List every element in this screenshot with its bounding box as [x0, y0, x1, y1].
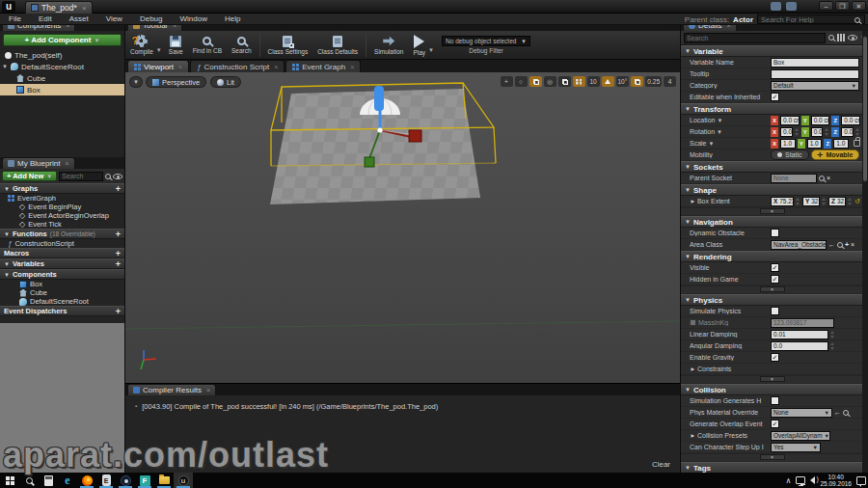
network-icon[interactable] — [796, 476, 805, 484]
scale-snap-toggle[interactable] — [631, 76, 643, 87]
compiler-results-tab[interactable]: Compiler Results × — [127, 384, 216, 395]
box-extent-y-field[interactable]: Y 32.0 — [802, 197, 820, 206]
tree-item-defaultsceneroot[interactable]: ▼ DefaultSceneRoot — [0, 61, 124, 72]
spinner-icon[interactable] — [822, 198, 827, 205]
rotation-snap-toggle[interactable] — [602, 76, 614, 87]
area-class-dropdown[interactable]: NavArea_Obstacle▼ — [771, 240, 827, 250]
expander-icon[interactable]: ▼ — [2, 64, 8, 69]
grid-snap-value[interactable]: 10 — [587, 76, 600, 87]
mobility-static-button[interactable]: Static — [771, 149, 809, 160]
search-button[interactable]: Search — [227, 32, 257, 59]
section-collision[interactable]: ▼Collision — [681, 384, 863, 395]
gizmo-x-handle[interactable] — [409, 130, 421, 142]
section-variables[interactable]: ▼ Variables + — [0, 258, 124, 269]
expander-icon[interactable]: ▼ — [690, 433, 695, 439]
surface-snap-toggle[interactable] — [558, 76, 571, 87]
flag-icon[interactable] — [786, 2, 797, 11]
browse-icon[interactable] — [837, 242, 843, 248]
menu-file[interactable]: File — [0, 14, 30, 25]
reset-to-default-icon[interactable]: ↺ — [854, 198, 860, 205]
rotation-snap-value[interactable]: 10° — [616, 76, 630, 87]
tray-expand-chevron[interactable]: ∧ — [786, 476, 792, 485]
section-expander-button[interactable]: ▼ — [760, 376, 785, 382]
my-blueprint-tab-close-icon[interactable]: × — [65, 160, 68, 167]
compiler-log-entry[interactable]: ▪ [0043.90] Compile of The_pod successfu… — [125, 395, 680, 418]
menu-asset[interactable]: Asset — [61, 14, 97, 25]
spinner-icon[interactable] — [830, 342, 835, 350]
tab-construction-script[interactable]: ƒ Construction Script × — [190, 60, 285, 72]
column-view-icon[interactable] — [837, 34, 845, 41]
gizmo-z-handle[interactable] — [374, 86, 384, 111]
tab-close-icon[interactable]: × — [178, 64, 182, 70]
section-rendering[interactable]: ▼Rendering — [681, 251, 863, 262]
lit-mode-button[interactable]: Lit — [210, 76, 241, 88]
generate-overlap-checkbox[interactable]: ✓ — [771, 420, 779, 428]
spinner-icon[interactable] — [830, 331, 835, 339]
browse-icon[interactable] — [843, 410, 849, 416]
search-socket-icon[interactable] — [819, 176, 825, 181]
spinner-icon[interactable] — [855, 128, 860, 136]
section-functions[interactable]: ▼ Functions (18 Overridable) + — [0, 229, 124, 239]
menu-view[interactable]: View — [97, 14, 131, 25]
tab-close-icon[interactable]: × — [82, 4, 87, 13]
menu-debug[interactable]: Debug — [131, 14, 172, 25]
section-sockets[interactable]: ▼Sockets — [681, 161, 863, 173]
viewport-options-dropdown[interactable]: ▼ — [129, 76, 143, 88]
enable-gravity-checkbox[interactable]: ✓ — [771, 353, 779, 362]
move-tool-button[interactable]: + — [501, 76, 513, 87]
help-search-input[interactable] — [757, 14, 865, 24]
world-local-toggle[interactable]: ◎ — [544, 76, 556, 87]
item-constructionscript[interactable]: ƒ ConstructionScript — [0, 239, 124, 248]
save-button[interactable]: Save — [164, 32, 188, 59]
scrollbar-thumb[interactable] — [863, 37, 867, 181]
compile-button[interactable]: ? Compile — [125, 32, 158, 59]
add-variable-icon[interactable]: + — [116, 259, 121, 269]
play-options-chevron-icon[interactable]: ▼ — [428, 47, 434, 53]
compiler-tab-close-icon[interactable]: × — [206, 387, 210, 393]
lock-icon[interactable] — [854, 140, 860, 147]
section-expander-button[interactable]: ▼ — [760, 454, 785, 460]
feedback-icon[interactable] — [771, 2, 781, 11]
use-selected-icon[interactable]: ← — [828, 241, 835, 248]
clear-log-button[interactable]: Clear — [652, 460, 670, 469]
editable-checkbox[interactable]: ✓ — [771, 93, 779, 101]
tree-item-self[interactable]: The_pod(self) — [0, 49, 124, 61]
speaker-icon[interactable] — [810, 476, 815, 484]
tab-close-icon[interactable]: × — [274, 64, 278, 70]
scale-tool-button[interactable] — [529, 76, 542, 87]
menu-edit[interactable]: Edit — [30, 14, 61, 25]
item-variable-box[interactable]: Box — [0, 280, 124, 288]
rotation-x-field[interactable]: 0.0 ° — [780, 127, 793, 137]
section-shape[interactable]: ▼Shape — [681, 184, 863, 196]
item-variable-cube[interactable]: Cube — [0, 288, 124, 297]
location-y-field[interactable]: 0.0 cm — [811, 116, 830, 125]
section-event-dispatchers[interactable]: Event Dispatchers + — [0, 306, 124, 316]
collision-presets-dropdown[interactable]: OverlapAllDynam▼ — [771, 431, 830, 441]
parent-class-value[interactable]: Actor — [733, 15, 753, 24]
perspective-button[interactable]: Perspective — [146, 76, 206, 88]
location-z-field[interactable]: 0.0 cm — [841, 116, 860, 125]
spinner-icon[interactable] — [795, 128, 800, 136]
eye-filter-icon[interactable] — [113, 174, 122, 179]
grid-snap-toggle[interactable] — [573, 76, 585, 87]
scale-snap-value[interactable]: 0.25 — [645, 76, 662, 87]
box-extent-x-field[interactable]: X 75.23282 — [771, 197, 794, 206]
tab-event-graph[interactable]: Event Graph × — [285, 60, 361, 72]
menu-help[interactable]: Help — [216, 14, 249, 25]
mass-override-checkbox[interactable]: ✓ — [690, 319, 696, 326]
section-graphs[interactable]: ▼ Graphs + — [0, 183, 124, 194]
expander-icon[interactable]: ▼ — [690, 366, 695, 372]
gizmo-y-handle[interactable] — [365, 157, 374, 167]
section-physics[interactable]: ▼Physics — [681, 294, 863, 306]
item-eventgraph[interactable]: EventGraph — [0, 194, 124, 203]
phys-material-dropdown[interactable]: None▼ — [771, 408, 832, 418]
debug-object-dropdown[interactable]: No debug object selected ▼ — [442, 36, 530, 46]
add-new-button[interactable]: + Add New ▼ — [2, 171, 57, 181]
class-defaults-button[interactable]: Class Defaults — [312, 32, 363, 59]
item-event-actorbeginoverlap[interactable]: ◇ Event ActorBeginOverlap — [0, 211, 124, 220]
section-macros[interactable]: Macros + — [0, 248, 124, 258]
item-variable-defaultsceneroot[interactable]: DefaultSceneRoot — [0, 297, 124, 306]
scale-x-field[interactable]: 1.0 — [780, 139, 796, 149]
compile-options-chevron-icon[interactable]: ▼ — [156, 47, 162, 53]
viewport-3d[interactable]: ▼ Perspective Lit + ○ ◎ 10 10° 0.25 4 — [125, 72, 680, 383]
